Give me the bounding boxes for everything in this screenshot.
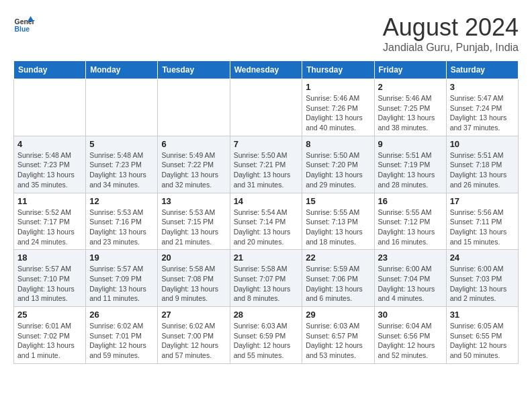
day-detail: Sunrise: 5:59 AMSunset: 7:06 PMDaylight:… [306,264,370,304]
calendar-cell: 14Sunrise: 5:54 AMSunset: 7:14 PMDayligh… [230,193,302,250]
day-detail: Sunrise: 5:46 AMSunset: 7:25 PMDaylight:… [378,93,443,133]
day-detail: Sunrise: 6:03 AMSunset: 6:59 PMDaylight:… [234,321,299,361]
calendar-cell: 26Sunrise: 6:02 AMSunset: 7:01 PMDayligh… [86,307,158,364]
calendar-week-2: 4Sunrise: 5:48 AMSunset: 7:23 PMDaylight… [14,136,519,193]
logo-icon: General Blue [13,13,35,35]
weekday-header-wednesday: Wednesday [230,61,302,79]
day-number: 21 [234,253,299,263]
weekday-header-friday: Friday [374,61,446,79]
calendar-cell: 1Sunrise: 5:46 AMSunset: 7:26 PMDaylight… [302,79,374,136]
calendar-cell: 20Sunrise: 5:58 AMSunset: 7:08 PMDayligh… [158,250,230,307]
calendar-cell: 12Sunrise: 5:53 AMSunset: 7:16 PMDayligh… [86,193,158,250]
day-number: 14 [234,196,299,206]
day-detail: Sunrise: 6:03 AMSunset: 6:57 PMDaylight:… [306,321,370,361]
day-number: 17 [450,196,515,206]
calendar-week-1: 1Sunrise: 5:46 AMSunset: 7:26 PMDaylight… [14,79,519,136]
calendar-cell: 4Sunrise: 5:48 AMSunset: 7:23 PMDaylight… [14,136,86,193]
day-number: 10 [450,139,515,149]
day-detail: Sunrise: 5:51 AMSunset: 7:19 PMDaylight:… [378,150,443,190]
day-detail: Sunrise: 5:52 AMSunset: 7:17 PMDaylight:… [17,208,82,247]
calendar-cell: 25Sunrise: 6:01 AMSunset: 7:02 PMDayligh… [14,307,86,364]
day-number: 31 [450,310,515,320]
logo: General Blue [13,13,35,35]
day-detail: Sunrise: 6:02 AMSunset: 7:01 PMDaylight:… [89,321,154,361]
calendar-week-4: 18Sunrise: 5:57 AMSunset: 7:10 PMDayligh… [14,250,519,307]
weekday-header-row: SundayMondayTuesdayWednesdayThursdayFrid… [14,61,519,79]
day-detail: Sunrise: 5:55 AMSunset: 7:12 PMDaylight:… [378,208,443,247]
day-number: 11 [17,196,82,206]
day-number: 19 [89,253,154,263]
day-number: 24 [450,253,515,263]
calendar-cell [158,79,230,136]
day-detail: Sunrise: 6:00 AMSunset: 7:04 PMDaylight:… [378,264,443,304]
calendar-week-5: 25Sunrise: 6:01 AMSunset: 7:02 PMDayligh… [14,307,519,364]
calendar-cell: 15Sunrise: 5:55 AMSunset: 7:13 PMDayligh… [302,193,374,250]
calendar-cell: 16Sunrise: 5:55 AMSunset: 7:12 PMDayligh… [374,193,446,250]
calendar-cell: 11Sunrise: 5:52 AMSunset: 7:17 PMDayligh… [14,193,86,250]
title-block: August 2024 Jandiala Guru, Punjab, India [383,13,519,54]
day-number: 7 [234,139,299,149]
calendar-cell: 31Sunrise: 6:05 AMSunset: 6:55 PMDayligh… [446,307,518,364]
calendar-cell: 19Sunrise: 5:57 AMSunset: 7:09 PMDayligh… [86,250,158,307]
day-number: 26 [89,310,154,320]
calendar-cell [14,79,86,136]
calendar-cell: 30Sunrise: 6:04 AMSunset: 6:56 PMDayligh… [374,307,446,364]
day-detail: Sunrise: 5:58 AMSunset: 7:08 PMDaylight:… [161,264,226,304]
day-detail: Sunrise: 5:49 AMSunset: 7:22 PMDaylight:… [161,150,226,190]
day-detail: Sunrise: 5:57 AMSunset: 7:10 PMDaylight:… [17,264,82,304]
calendar-cell: 2Sunrise: 5:46 AMSunset: 7:25 PMDaylight… [374,79,446,136]
day-detail: Sunrise: 5:53 AMSunset: 7:16 PMDaylight:… [89,208,154,247]
calendar-cell: 23Sunrise: 6:00 AMSunset: 7:04 PMDayligh… [374,250,446,307]
day-number: 23 [378,253,443,263]
day-number: 22 [306,253,370,263]
calendar-cell [230,79,302,136]
main-title: August 2024 [383,13,519,42]
day-detail: Sunrise: 5:55 AMSunset: 7:13 PMDaylight:… [306,208,370,247]
page-header: General Blue August 2024 Jandiala Guru, … [13,13,519,54]
day-number: 13 [161,196,226,206]
weekday-header-monday: Monday [86,61,158,79]
day-detail: Sunrise: 5:56 AMSunset: 7:11 PMDaylight:… [450,208,515,247]
calendar-cell: 29Sunrise: 6:03 AMSunset: 6:57 PMDayligh… [302,307,374,364]
day-detail: Sunrise: 5:50 AMSunset: 7:21 PMDaylight:… [234,150,299,190]
svg-text:Blue: Blue [15,26,30,33]
calendar-cell: 9Sunrise: 5:51 AMSunset: 7:19 PMDaylight… [374,136,446,193]
calendar-cell: 24Sunrise: 6:00 AMSunset: 7:03 PMDayligh… [446,250,518,307]
calendar-cell: 6Sunrise: 5:49 AMSunset: 7:22 PMDaylight… [158,136,230,193]
weekday-header-saturday: Saturday [446,61,518,79]
day-number: 20 [161,253,226,263]
day-detail: Sunrise: 6:00 AMSunset: 7:03 PMDaylight:… [450,264,515,304]
day-detail: Sunrise: 5:48 AMSunset: 7:23 PMDaylight:… [17,150,82,190]
day-number: 5 [89,139,154,149]
day-number: 29 [306,310,370,320]
calendar-cell: 22Sunrise: 5:59 AMSunset: 7:06 PMDayligh… [302,250,374,307]
day-number: 30 [378,310,443,320]
day-detail: Sunrise: 6:01 AMSunset: 7:02 PMDaylight:… [17,321,82,361]
calendar-cell: 5Sunrise: 5:48 AMSunset: 7:23 PMDaylight… [86,136,158,193]
day-detail: Sunrise: 5:54 AMSunset: 7:14 PMDaylight:… [234,208,299,247]
day-number: 27 [161,310,226,320]
weekday-header-thursday: Thursday [302,61,374,79]
calendar-cell: 27Sunrise: 6:02 AMSunset: 7:00 PMDayligh… [158,307,230,364]
day-detail: Sunrise: 5:53 AMSunset: 7:15 PMDaylight:… [161,208,226,247]
weekday-header-sunday: Sunday [14,61,86,79]
calendar-week-3: 11Sunrise: 5:52 AMSunset: 7:17 PMDayligh… [14,193,519,250]
calendar-cell: 13Sunrise: 5:53 AMSunset: 7:15 PMDayligh… [158,193,230,250]
day-number: 28 [234,310,299,320]
day-detail: Sunrise: 6:05 AMSunset: 6:55 PMDaylight:… [450,321,515,361]
day-number: 4 [17,139,82,149]
day-number: 25 [17,310,82,320]
day-detail: Sunrise: 5:58 AMSunset: 7:07 PMDaylight:… [234,264,299,304]
day-number: 3 [450,82,515,92]
day-detail: Sunrise: 5:47 AMSunset: 7:24 PMDaylight:… [450,93,515,133]
day-detail: Sunrise: 5:57 AMSunset: 7:09 PMDaylight:… [89,264,154,304]
calendar-cell: 8Sunrise: 5:50 AMSunset: 7:20 PMDaylight… [302,136,374,193]
day-detail: Sunrise: 5:51 AMSunset: 7:18 PMDaylight:… [450,150,515,190]
day-number: 16 [378,196,443,206]
calendar-table: SundayMondayTuesdayWednesdayThursdayFrid… [13,60,519,364]
day-number: 12 [89,196,154,206]
day-number: 6 [161,139,226,149]
calendar-cell: 21Sunrise: 5:58 AMSunset: 7:07 PMDayligh… [230,250,302,307]
calendar-cell: 7Sunrise: 5:50 AMSunset: 7:21 PMDaylight… [230,136,302,193]
day-number: 15 [306,196,370,206]
